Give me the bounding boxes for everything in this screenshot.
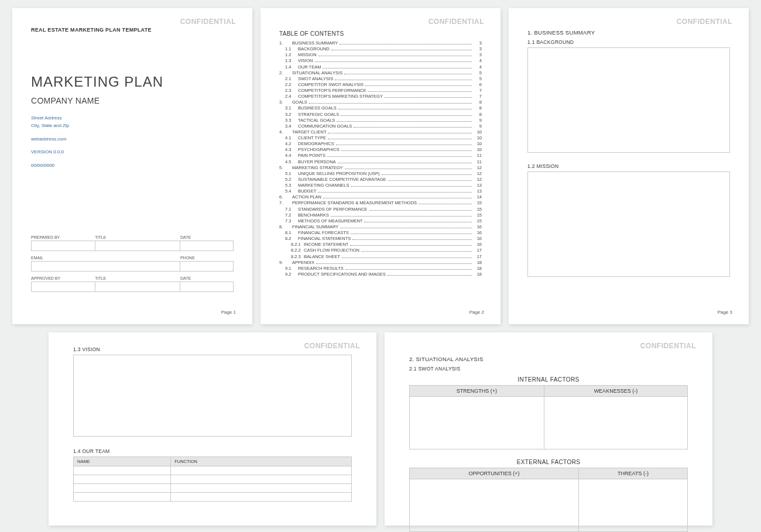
toc-entry[interactable]: 4.4PAIN POINTS11 xyxy=(279,153,482,159)
toc-leader xyxy=(364,219,472,222)
swot-weaknesses-cell[interactable] xyxy=(544,397,687,449)
toc-page: 12 xyxy=(474,171,482,177)
prepared-by-cell[interactable] xyxy=(31,241,95,250)
toc-page: 15 xyxy=(474,218,482,224)
prepared-title-cell[interactable] xyxy=(95,241,180,250)
toc-page: 16 xyxy=(474,230,482,236)
toc-entry[interactable]: 8.2.1INCOME STATEMENT16 xyxy=(279,242,482,248)
toc-entry[interactable]: 6.ACTION PLAN14 xyxy=(279,194,482,200)
toc-entry[interactable]: 8.2.2CASH FLOW PROJECTION17 xyxy=(279,248,482,253)
team-function-cell[interactable] xyxy=(171,466,352,475)
toc-entry[interactable]: 4.TARGET CLIENT10 xyxy=(279,129,482,135)
toc-number: 1.4 xyxy=(279,64,298,70)
toc-number: 6. xyxy=(279,194,292,200)
toc-entry[interactable]: 2.3COMPETITOR'S PERFORMANCE7 xyxy=(279,88,482,94)
toc-entry[interactable]: 1.3VISION4 xyxy=(279,58,482,64)
swot-strengths-header: STRENGTHS (+) xyxy=(410,386,544,397)
swot-strengths-cell[interactable] xyxy=(410,397,544,449)
background-box[interactable] xyxy=(527,47,730,153)
toc-entry[interactable]: 7.PERFORMANCE STANDARDS & MEASUREMENT ME… xyxy=(279,200,482,206)
toc-entry[interactable]: 5.3MARKETING CHANNELS13 xyxy=(279,183,482,188)
toc-leader xyxy=(361,249,472,252)
toc-number: 2.3 xyxy=(279,88,298,94)
toc-label: MARKETING CHANNELS xyxy=(298,183,349,188)
team-name-cell[interactable] xyxy=(74,493,171,502)
toc-entry[interactable]: 7.2BENCHMARKS15 xyxy=(279,212,482,218)
toc-leader xyxy=(335,77,472,80)
toc-entry[interactable]: 3.2STRATEGIC GOALS8 xyxy=(279,112,482,118)
swot-threats-cell[interactable] xyxy=(579,479,688,532)
toc-label: OUR TEAM xyxy=(298,64,321,70)
toc-entry[interactable]: 2.1SWOT ANALYSIS5 xyxy=(279,76,482,82)
prepared-date-cell[interactable] xyxy=(180,241,233,250)
toc-number: 4.2 xyxy=(279,141,298,147)
meta-block: Street Address City, State and Zip webad… xyxy=(31,115,234,170)
team-name-cell[interactable] xyxy=(74,484,171,493)
approved-date-cell[interactable] xyxy=(180,282,233,291)
confidential-watermark: CONFIDENTIAL xyxy=(180,18,236,26)
toc-entry[interactable]: 5.1UNIQUE SELLING PROPOSITION (USP)12 xyxy=(279,171,482,177)
confidential-watermark: CONFIDENTIAL xyxy=(429,18,484,26)
approved-by-cell[interactable] xyxy=(31,282,95,291)
toc-entry[interactable]: 8.FINANCIAL SUMMARY16 xyxy=(279,224,482,230)
toc-entry[interactable]: 1.BUSINESS SUMMARY3 xyxy=(279,40,482,46)
toc-entry[interactable]: 2.4COMPETITOR'S MARKETING STRATEGY7 xyxy=(279,94,482,99)
toc-entry[interactable]: 8.1FINANCIAL FORECASTS16 xyxy=(279,230,482,236)
table-row xyxy=(410,479,688,532)
team-header-function: FUNCTION xyxy=(171,457,352,466)
toc-entry[interactable]: 9.2PRODUCT SPECIFICATIONS AND IMAGES18 xyxy=(279,272,482,277)
toc-entry[interactable]: 1.1BACKGROUND3 xyxy=(279,46,482,52)
team-name-cell[interactable] xyxy=(74,466,171,475)
toc-entry[interactable]: 4.5BUYER PERSONA11 xyxy=(279,159,482,165)
toc-page: 4 xyxy=(474,64,482,70)
toc-leader xyxy=(352,238,472,241)
toc-page: 3 xyxy=(474,46,482,52)
toc-entry[interactable]: 8.2.3BALANCE SHEET17 xyxy=(279,254,482,260)
toc-entry[interactable]: 8.2FINANCIAL STATEMENTS16 xyxy=(279,236,482,242)
toc-label: MARKETING STRATEGY xyxy=(292,165,343,171)
toc-page: 10 xyxy=(474,147,482,153)
toc-label: BENCHMARKS xyxy=(298,212,329,218)
toc-entry[interactable]: 4.3PSYCHOGRAPHICS10 xyxy=(279,147,482,153)
toc-entry[interactable]: 3.1BUSINESS GOALS8 xyxy=(279,105,482,111)
toc-entry[interactable]: 4.1CLIENT TYPE10 xyxy=(279,135,482,141)
toc-entry[interactable]: 5.2SUSTAINABLE COMPETITIVE ADVANTAGE12 xyxy=(279,177,482,183)
toc-leader xyxy=(337,119,472,122)
toc-entry[interactable]: 3.4COMMUNICATION GOALS9 xyxy=(279,123,482,129)
toc-page: 15 xyxy=(474,212,482,218)
team-name-cell[interactable] xyxy=(74,475,171,484)
toc-number: 5. xyxy=(279,165,292,171)
team-function-cell[interactable] xyxy=(171,484,352,493)
toc-entry[interactable]: 3.GOALS8 xyxy=(279,99,482,105)
swot-opportunities-cell[interactable] xyxy=(410,479,579,532)
toc-page: 16 xyxy=(474,224,482,230)
mission-box[interactable] xyxy=(527,171,730,277)
team-function-cell[interactable] xyxy=(171,493,352,502)
toc-entry[interactable]: 5.MARKETING STRATEGY12 xyxy=(279,165,482,171)
toc-number: 8.1 xyxy=(279,230,298,236)
toc-label: GOALS xyxy=(292,99,307,105)
swot-internal-title: INTERNAL FACTORS xyxy=(409,374,688,385)
toc-entry[interactable]: 5.4BUDGET13 xyxy=(279,188,482,194)
toc-entry[interactable]: 3.3TACTICAL GOALS9 xyxy=(279,118,482,123)
toc-entry[interactable]: 1.4OUR TEAM4 xyxy=(279,64,482,70)
swot-opportunities-header: OPPORTUNITIES (+) xyxy=(410,468,579,479)
toc-entry[interactable]: 7.3METHODS OF MEASUREMENT15 xyxy=(279,218,482,224)
toc-entry[interactable]: 4.2DEMOGRAPHICS10 xyxy=(279,141,482,147)
toc-entry[interactable]: 2.SITUATIONAL ANALYSIS5 xyxy=(279,70,482,76)
team-function-cell[interactable] xyxy=(171,475,352,484)
toc-number: 8. xyxy=(279,224,292,230)
email-cell[interactable] xyxy=(31,262,180,271)
toc-entry[interactable]: 9.1RESEARCH RESULTS18 xyxy=(279,266,482,272)
vision-box[interactable] xyxy=(73,355,352,437)
toc-page: 17 xyxy=(474,248,482,253)
toc-entry[interactable]: 7.1STANDARDS OF PERFORMANCE15 xyxy=(279,207,482,212)
toc-entry[interactable]: 2.2COMPETITOR SWOT ANALYSIS6 xyxy=(279,82,482,88)
toc-label: INCOME STATEMENT xyxy=(304,242,348,248)
phone-cell[interactable] xyxy=(180,262,233,271)
approved-title-cell[interactable] xyxy=(95,282,180,291)
toc-leader xyxy=(309,101,472,104)
toc-entry[interactable]: 9.APPENDIX18 xyxy=(279,260,482,266)
toc-label: BALANCE SHEET xyxy=(304,254,340,260)
toc-entry[interactable]: 1.2MISSION3 xyxy=(279,52,482,58)
